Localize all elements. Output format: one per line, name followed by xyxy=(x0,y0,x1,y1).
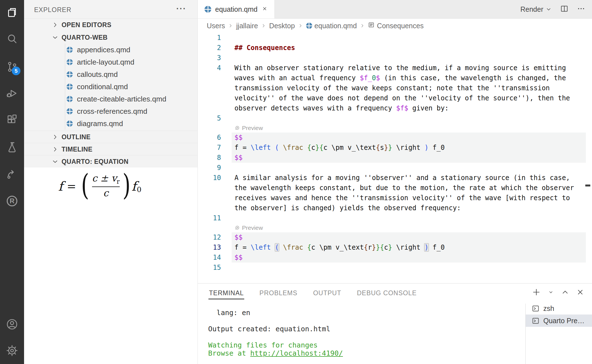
split-editor-icon[interactable] xyxy=(560,4,568,14)
code-text: $$ xyxy=(232,133,586,143)
more-actions-icon[interactable]: ··· xyxy=(176,4,186,13)
preview-code-lens[interactable]: Preview xyxy=(234,123,263,133)
extensions-icon[interactable] xyxy=(0,108,24,132)
chevron-down-icon xyxy=(546,6,552,12)
r-lang-icon[interactable]: R xyxy=(0,189,24,213)
breadcrumb-item[interactable]: Desktop xyxy=(269,22,295,30)
line-number xyxy=(198,93,221,103)
section-outline[interactable]: OUTLINE xyxy=(24,131,198,143)
preview-code-lens[interactable]: Preview xyxy=(234,223,263,232)
run-debug-icon[interactable] xyxy=(0,81,24,105)
explorer-icon[interactable] xyxy=(0,0,24,24)
editor-line: transmission velocity of the wave keeps … xyxy=(198,83,592,93)
quarto-file-icon xyxy=(67,84,73,90)
testing-beaker-icon[interactable] xyxy=(0,135,24,159)
terminal-list-item[interactable]: Quarto Pre… xyxy=(526,315,592,327)
editor-line: velocity'' of the wave does not depend o… xyxy=(198,93,592,103)
editor-line: 1 xyxy=(198,33,592,43)
editor-line: 11 xyxy=(198,213,592,223)
quarto-file-icon xyxy=(67,120,73,127)
overview-ruler-mark xyxy=(585,185,590,186)
editor-line: 15 xyxy=(198,263,592,273)
panel-tabs: TERMINALPROBLEMSOUTPUTDEBUG CONSOLE xyxy=(208,283,417,302)
code-text: waves with an actual frequency $f_0$ (in… xyxy=(232,73,586,83)
bottom-panel: TERMINALPROBLEMSOUTPUTDEBUG CONSOLE lang… xyxy=(198,283,592,364)
editor-line: 13f = \left ( \frac {c \pm v_\text{r}}{c… xyxy=(198,242,592,252)
breadcrumb-item[interactable]: equation.qmd xyxy=(306,22,357,30)
quarto-file-icon xyxy=(67,71,73,77)
code-text: velocity'' of the wave does not depend o… xyxy=(232,93,586,103)
panel-tab-debug-console[interactable]: DEBUG CONSOLE xyxy=(356,286,417,299)
editor-line: 9 xyxy=(198,163,592,173)
file-tree-item[interactable]: appendices.qmd xyxy=(24,44,198,56)
section-quarto-equation[interactable]: QUARTO: EQUATION xyxy=(24,155,198,168)
panel-tab-problems[interactable]: PROBLEMS xyxy=(259,286,298,299)
more-actions-icon[interactable] xyxy=(577,4,585,14)
terminal-line: Watching files for changes xyxy=(208,341,343,349)
editor-line: 2## Consequences xyxy=(198,43,592,53)
code-text: f = \left ( \frac {c}{c \pm v_\text{s}} … xyxy=(232,143,586,153)
editor-line: observer detects waves with a frequency … xyxy=(198,103,592,113)
section-quarto-web[interactable]: QUARTO-WEB xyxy=(24,31,198,44)
source-control-icon[interactable]: 5 xyxy=(0,55,24,79)
line-number xyxy=(198,83,221,93)
editor-line: 12$$ xyxy=(198,232,592,242)
symbol-section-icon xyxy=(368,22,375,30)
line-number: 6 xyxy=(198,133,221,143)
terminal-dropdown-icon[interactable] xyxy=(548,289,554,296)
line-number xyxy=(198,203,221,213)
breadcrumb-item[interactable]: jjallaire xyxy=(236,22,258,30)
file-tree-item[interactable]: diagrams.qmd xyxy=(24,117,198,130)
quarto-file-icon xyxy=(67,108,73,114)
file-tree-item[interactable]: callouts.qmd xyxy=(24,68,198,81)
close-icon[interactable] xyxy=(262,6,268,13)
terminal-line: Output created: equation.html xyxy=(208,325,343,333)
section-open-editors[interactable]: OPEN EDITORS xyxy=(24,18,198,31)
code-text: $$ xyxy=(232,252,586,263)
section-timeline[interactable]: TIMELINE xyxy=(24,143,198,155)
open-paren: ( xyxy=(81,174,89,197)
terminal-line xyxy=(208,333,343,341)
editor-line: the wavelength keeps constant, but due t… xyxy=(198,183,592,193)
code-text: receives waves and hence the ''transmiss… xyxy=(232,193,586,203)
equation-preview-pane: f = ( c ± vr c ) f 0 xyxy=(24,167,198,364)
close-panel-icon[interactable] xyxy=(576,288,584,297)
quarto-file-icon xyxy=(67,47,73,53)
editor-line: 3 xyxy=(198,53,592,63)
chevron-right-icon xyxy=(360,23,365,29)
breadcrumb-item[interactable]: Consequences xyxy=(368,22,424,30)
editor-group: equation.qmd Render UsersjjallaireDeskto… xyxy=(198,0,592,283)
terminal-link[interactable]: http://localhost:4190/ xyxy=(250,349,343,357)
file-tree-item[interactable]: create-citeable-articles.qmd xyxy=(24,93,198,105)
chevron-down-icon xyxy=(51,34,59,41)
sidebar-title: EXPLORER xyxy=(34,6,71,14)
panel-tab-terminal[interactable]: TERMINAL xyxy=(208,286,244,299)
new-terminal-icon[interactable] xyxy=(532,288,541,297)
editor-line: receives waves and hence the ''transmiss… xyxy=(198,193,592,203)
file-tree-item[interactable]: article-layout.qmd xyxy=(24,56,198,68)
maximize-panel-icon[interactable] xyxy=(561,288,569,297)
quarto-preview-icon[interactable] xyxy=(0,162,24,186)
line-number: 10 xyxy=(198,173,221,183)
file-tree-item[interactable]: conditional.qmd xyxy=(24,81,198,93)
breadcrumbs: UsersjjallaireDesktopequation.qmdConsequ… xyxy=(198,19,592,33)
tab-equation-qmd[interactable]: equation.qmd xyxy=(198,0,275,18)
terminal-output[interactable]: lang: en Output created: equation.html W… xyxy=(208,309,343,357)
terminal-line xyxy=(208,317,343,325)
file-tree-item[interactable]: cross-references.qmd xyxy=(24,105,198,117)
chevron-right-icon xyxy=(51,133,59,141)
render-button[interactable]: Render xyxy=(520,5,552,13)
line-number xyxy=(198,73,221,83)
search-icon[interactable] xyxy=(0,27,24,51)
breadcrumb-item[interactable]: Users xyxy=(207,22,225,30)
editor-line: 6$$ xyxy=(198,133,592,143)
panel-tab-output[interactable]: OUTPUT xyxy=(313,286,342,299)
chevron-right-icon xyxy=(228,23,233,29)
chevron-right-icon xyxy=(298,23,303,29)
account-icon[interactable] xyxy=(0,312,24,336)
settings-gear-icon[interactable] xyxy=(0,339,24,363)
line-number: 7 xyxy=(198,143,221,153)
terminal-list-item[interactable]: zsh xyxy=(526,302,592,315)
editor-content[interactable]: 12## Consequences34With an observer stat… xyxy=(198,33,592,283)
fraction: c ± vr c xyxy=(92,173,120,198)
